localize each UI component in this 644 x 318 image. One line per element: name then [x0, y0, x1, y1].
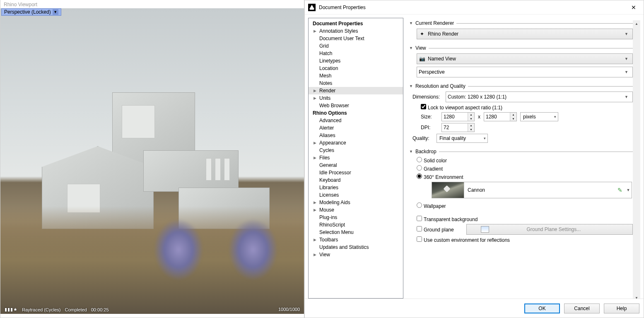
tree-item-modeling-aids[interactable]: ▶Modeling Aids [309, 199, 403, 206]
tree-item-general[interactable]: General [309, 161, 403, 169]
tree-item-units[interactable]: ▶Units [309, 94, 403, 102]
viewport-tab[interactable]: Perspective (Locked) ▼ [1, 8, 61, 16]
spin-up[interactable]: ▲ [468, 113, 474, 117]
settings-tree[interactable]: Document Properties▶Annotation StylesDoc… [308, 18, 403, 299]
viewport-canvas[interactable]: Perspective (Locked) ▼ ▮▮▮★ Raytraced (C… [0, 8, 304, 314]
scroll-down-button[interactable]: ▼ [633, 294, 640, 299]
spin-up[interactable]: ▲ [468, 123, 474, 128]
chevron-down-icon: ▼ [622, 70, 631, 74]
chevron-down-icon[interactable]: ▼ [53, 9, 58, 15]
view-name-dropdown[interactable]: Perspective ▼ [417, 67, 633, 77]
expand-icon[interactable]: ▶ [314, 208, 316, 212]
tree-item-mesh[interactable]: Mesh [309, 72, 403, 80]
tree-item-label: Advanced [319, 118, 341, 123]
tree-item-libraries[interactable]: Libraries [309, 184, 403, 191]
tree-item-render[interactable]: ▶Render [309, 87, 403, 94]
pencil-icon[interactable]: ✎ [615, 187, 625, 193]
dpi-input[interactable]: ▲▼ [441, 123, 475, 132]
expand-icon[interactable]: ▶ [314, 141, 316, 145]
section-current-renderer[interactable]: ▼ Current Renderer [409, 20, 633, 26]
viewport-window-title: Rhino Viewport [0, 0, 304, 8]
tree-item-updates-and-statistics[interactable]: Updates and Statistics [309, 243, 403, 251]
chevron-down-icon[interactable]: ▼ [625, 188, 632, 192]
tree-item-grid[interactable]: Grid [309, 42, 403, 50]
tree-item-files[interactable]: ▶Files [309, 154, 403, 161]
tree-item-toolbars[interactable]: ▶Toolbars [309, 236, 403, 243]
custom-env-reflections-checkbox[interactable]: Use custom environment for reflections [417, 236, 510, 243]
quality-label: Quality: [412, 135, 433, 141]
expand-icon[interactable]: ▶ [314, 29, 316, 33]
chevron-down-icon: ▼ [622, 32, 631, 36]
expand-icon[interactable]: ▶ [314, 238, 316, 242]
spin-down[interactable]: ▼ [468, 117, 474, 121]
status-samples: 1000/1000 [278, 307, 300, 312]
tree-item-mouse[interactable]: ▶Mouse [309, 206, 403, 214]
section-label: Resolution and Quality [415, 83, 466, 89]
tree-item-alerter[interactable]: Alerter [309, 124, 403, 132]
status-engine: Raytraced (Cycles) [22, 307, 61, 312]
dialog-titlebar[interactable]: Document Properties ✕ [305, 0, 644, 14]
x-separator: x [478, 114, 480, 120]
width-input[interactable]: ▲▼ [441, 112, 475, 121]
spin-up[interactable]: ▲ [510, 113, 516, 117]
ground-plane-settings-button[interactable]: Ground Plane Settings... [466, 224, 633, 235]
backdrop-360env-radio[interactable]: 360° Environment [417, 173, 463, 180]
camera-icon: 📷 [419, 55, 425, 62]
tree-item-notes[interactable]: Notes [309, 80, 403, 87]
chevron-down-icon: ▼ [622, 95, 631, 99]
tree-item-label: Modeling Aids [319, 200, 350, 205]
status-icons: ▮▮▮★ [5, 307, 18, 312]
ground-plane-checkbox[interactable]: Ground plane [417, 226, 454, 233]
dialog-button-bar: OK Cancel Help [305, 299, 644, 318]
spin-down[interactable]: ▼ [468, 128, 474, 132]
tree-item-document-user-text[interactable]: Document User Text [309, 35, 403, 42]
expand-icon[interactable]: ▶ [314, 89, 316, 93]
dimensions-dropdown[interactable]: Custom: 1280 x 1280 (1:1) ▼ [446, 92, 633, 102]
viewport-tab-label: Perspective (Locked) [4, 9, 51, 15]
tree-item-web-browser[interactable]: Web Browser [309, 102, 403, 109]
lock-aspect-checkbox[interactable]: Lock to viewport aspect ratio (1:1) [421, 104, 502, 111]
tree-item-appearance[interactable]: ▶Appearance [309, 139, 403, 147]
expand-icon[interactable]: ▶ [314, 200, 316, 205]
cancel-button[interactable]: Cancel [564, 304, 600, 313]
tree-item-advanced[interactable]: Advanced [309, 117, 403, 124]
tree-item-location[interactable]: Location [309, 65, 403, 72]
help-button[interactable]: Help [604, 304, 639, 313]
backdrop-wallpaper-radio[interactable]: Wallpaper [417, 202, 446, 209]
section-backdrop[interactable]: ▼ Backdrop [409, 149, 633, 154]
tree-item-keyboard[interactable]: Keyboard [309, 176, 403, 184]
tree-item-idle-processor[interactable]: Idle Processor [309, 169, 403, 176]
environment-selector[interactable]: Cannon ✎ ▼ [432, 182, 632, 198]
tree-item-selection-menu[interactable]: Selection Menu [309, 229, 403, 236]
quality-dropdown[interactable]: Final quality [437, 134, 488, 143]
section-resolution[interactable]: ▼ Resolution and Quality [409, 83, 633, 89]
tree-item-linetypes[interactable]: Linetypes [309, 57, 403, 65]
renderer-dropdown[interactable]: ✦ Rhino Render ▼ [417, 29, 633, 39]
backdrop-solid-radio[interactable]: Solid color [417, 157, 447, 164]
backdrop-gradient-radio[interactable]: Gradient [417, 165, 443, 172]
height-input[interactable]: ▲▼ [484, 112, 517, 121]
section-view[interactable]: ▼ View [409, 45, 633, 51]
tree-item-rhinoscript[interactable]: RhinoScript [309, 221, 403, 229]
expand-icon[interactable]: ▶ [314, 156, 316, 160]
expand-icon[interactable]: ▶ [314, 253, 316, 257]
tree-item-aliases[interactable]: Aliases [309, 132, 403, 139]
close-button[interactable]: ✕ [625, 2, 642, 13]
tree-item-label: Notes [319, 80, 332, 86]
expand-icon[interactable]: ▶ [314, 96, 316, 100]
size-units-dropdown[interactable]: pixels [520, 112, 558, 121]
tree-item-licenses[interactable]: Licenses [309, 191, 403, 199]
tree-item-cycles[interactable]: Cycles [309, 147, 403, 154]
ok-button[interactable]: OK [524, 304, 560, 313]
tree-item-hatch[interactable]: Hatch [309, 50, 403, 57]
tree-item-plug-ins[interactable]: Plug-ins [309, 214, 403, 221]
tree-item-view[interactable]: ▶View [309, 251, 403, 258]
spin-down[interactable]: ▼ [510, 117, 516, 121]
tree-item-label: Appearance [319, 140, 346, 146]
view-mode-dropdown[interactable]: 📷 Named View ▼ [417, 53, 633, 64]
transparent-bg-checkbox[interactable]: Transparent background [417, 216, 478, 222]
tree-item-label: Document User Text [319, 36, 364, 41]
scroll-up-button[interactable]: ▲ [633, 20, 640, 27]
tree-item-label: Linetypes [319, 58, 340, 64]
tree-item-annotation-styles[interactable]: ▶Annotation Styles [309, 27, 403, 35]
